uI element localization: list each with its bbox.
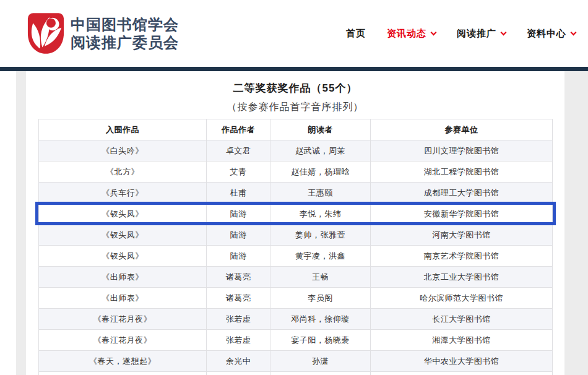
chevron-down-icon <box>431 29 437 35</box>
cell-reader: 黄宇凌，洪鑫 <box>270 246 371 267</box>
cell-reader: 孙潇 <box>270 351 371 372</box>
cell-reader: 王畅 <box>270 267 371 288</box>
cell-unit: 南京艺术学院图书馆 <box>371 246 553 267</box>
table-row: 《白头吟》 卓文君 赵武诚，周茉 四川文理学院图书馆 <box>39 140 553 162</box>
site-title: 中国图书馆学会 阅读推广委员会 <box>71 15 179 51</box>
nav-item-label: 资料中心 <box>527 28 566 40</box>
nav-item-label: 首页 <box>346 28 366 40</box>
cell-reader <box>270 372 371 375</box>
table-row: 《兵车行》 杜甫 王惠颐 成都理工大学图书馆 <box>39 183 553 204</box>
nav-item-label: 阅读推广 <box>457 28 496 40</box>
cell-author: 张若虚 <box>207 309 270 330</box>
logo-icon <box>27 12 64 55</box>
table-row: 《春江花月夜》 张若虚 宴子阳，杨晓裴 湘潭大学图书馆 <box>39 330 553 351</box>
nav-item[interactable]: 资料中心 <box>527 28 576 40</box>
cell-author: 艾青 <box>207 162 270 183</box>
cell-author: 陆游 <box>207 204 270 225</box>
nav-item[interactable]: 阅读推广 <box>457 28 506 40</box>
site-title-line1: 中国图书馆学会 <box>71 15 179 33</box>
table-row-partial <box>39 372 553 375</box>
table-row: 《钗头凤》 陆游 姜帅，张雅萱 河南大学图书馆 <box>39 225 553 246</box>
nav-item[interactable]: 首页 <box>346 28 366 40</box>
cell-reader: 王惠颐 <box>270 183 371 204</box>
cell-work: 《春江花月夜》 <box>39 330 207 351</box>
cell-unit: 哈尔滨师范大学图书馆 <box>371 288 553 309</box>
cell-unit: 长江大学图书馆 <box>371 309 553 330</box>
cell-work: 《出师表》 <box>39 288 207 309</box>
cell-work: 《钗头凤》 <box>39 204 207 225</box>
content-card: 二等奖获奖作品（55个） （按参赛作品首字音序排列） 入围作品 作品作者 朗读者… <box>26 71 564 375</box>
cell-work: 《出师表》 <box>39 267 207 288</box>
table-row: 《春江花月夜》 张若虚 邓尚科，徐仰璇 长江大学图书馆 <box>39 309 553 330</box>
cell-reader: 赵佳婧，杨瑁晗 <box>270 162 371 183</box>
cell-unit: 河南大学图书馆 <box>371 225 553 246</box>
award-table-wrap: 入围作品 作品作者 朗读者 参赛单位 《白头吟》 卓文君 赵武诚，周茉 四川文理… <box>38 119 552 375</box>
cell-author: 陆游 <box>207 246 270 267</box>
cell-author: 余光中 <box>207 351 270 372</box>
table-row: 《出师表》 诸葛亮 王畅 北京工业大学图书馆 <box>39 267 553 288</box>
cell-author: 诸葛亮 <box>207 267 270 288</box>
cell-unit: 成都理工大学图书馆 <box>371 183 553 204</box>
cell-unit: 四川文理学院图书馆 <box>371 140 553 162</box>
table-row: 《钗头凤》 陆游 李悦，朱纬 安徽新华学院图书馆 <box>39 204 553 225</box>
cell-work: 《春江花月夜》 <box>39 309 207 330</box>
cell-author: 诸葛亮 <box>207 288 270 309</box>
cell-unit <box>371 372 553 375</box>
cell-unit: 安徽新华学院图书馆 <box>371 204 553 225</box>
cell-unit: 北京工业大学图书馆 <box>371 267 553 288</box>
award-section-subtitle: （按参赛作品首字音序排列） <box>26 101 564 114</box>
nav-item-label: 资讯动态 <box>387 28 426 40</box>
cell-author <box>207 372 270 375</box>
chevron-down-icon <box>571 29 577 35</box>
page: 中国图书馆学会 阅读推广委员会 首页 资讯动态 阅读推广 资料中心 二等奖获奖作… <box>0 0 588 375</box>
cell-work: 《钗头凤》 <box>39 225 207 246</box>
cell-author: 陆游 <box>207 225 270 246</box>
table-row: 《春天，遂想起》 余光中 孙潇 华中农业大学图书馆 <box>39 351 553 372</box>
cell-unit: 湖北工程学院图书馆 <box>371 162 553 183</box>
cell-author: 张若虚 <box>207 330 270 351</box>
cell-work: 《北方》 <box>39 162 207 183</box>
nav-item[interactable]: 资讯动态 <box>387 28 436 40</box>
cell-reader: 邓尚科，徐仰璇 <box>270 309 371 330</box>
cell-work: 《兵车行》 <box>39 183 207 204</box>
site-header: 中国图书馆学会 阅读推广委员会 首页 资讯动态 阅读推广 资料中心 <box>0 0 588 67</box>
col-header-work: 入围作品 <box>39 119 207 140</box>
cell-work: 《春天，遂想起》 <box>39 351 207 372</box>
main-nav: 首页 资讯动态 阅读推广 资料中心 <box>346 0 576 67</box>
cell-work: 《钗头凤》 <box>39 246 207 267</box>
cell-reader: 姜帅，张雅萱 <box>270 225 371 246</box>
site-title-line2: 阅读推广委员会 <box>71 33 179 51</box>
cell-unit: 华中农业大学图书馆 <box>371 351 553 372</box>
cell-work: 《白头吟》 <box>39 140 207 162</box>
cell-reader: 赵武诚，周茉 <box>270 140 371 162</box>
cell-work <box>39 372 207 375</box>
cell-reader: 李员阁 <box>270 288 371 309</box>
site-logo[interactable]: 中国图书馆学会 阅读推广委员会 <box>27 11 189 56</box>
col-header-unit: 参赛单位 <box>371 119 553 140</box>
header-divider-bar <box>0 67 588 71</box>
table-header-row: 入围作品 作品作者 朗读者 参赛单位 <box>39 119 553 140</box>
table-row: 《出师表》 诸葛亮 李员阁 哈尔滨师范大学图书馆 <box>39 288 553 309</box>
award-section-title: 二等奖获奖作品（55个） <box>26 81 564 95</box>
table-row: 《钗头凤》 陆游 黄宇凌，洪鑫 南京艺术学院图书馆 <box>39 246 553 267</box>
chevron-down-icon <box>501 29 507 35</box>
table-row: 《北方》 艾青 赵佳婧，杨瑁晗 湖北工程学院图书馆 <box>39 162 553 183</box>
col-header-reader: 朗读者 <box>270 119 371 140</box>
cell-reader: 李悦，朱纬 <box>270 204 371 225</box>
award-table: 入围作品 作品作者 朗读者 参赛单位 《白头吟》 卓文君 赵武诚，周茉 四川文理… <box>38 119 553 375</box>
cell-reader: 宴子阳，杨晓裴 <box>270 330 371 351</box>
cell-unit: 湘潭大学图书馆 <box>371 330 553 351</box>
table-body: 《白头吟》 卓文君 赵武诚，周茉 四川文理学院图书馆 《北方》 艾青 赵佳婧，杨… <box>39 140 553 375</box>
col-header-author: 作品作者 <box>207 119 270 140</box>
cell-author: 卓文君 <box>207 140 270 162</box>
cell-author: 杜甫 <box>207 183 270 204</box>
